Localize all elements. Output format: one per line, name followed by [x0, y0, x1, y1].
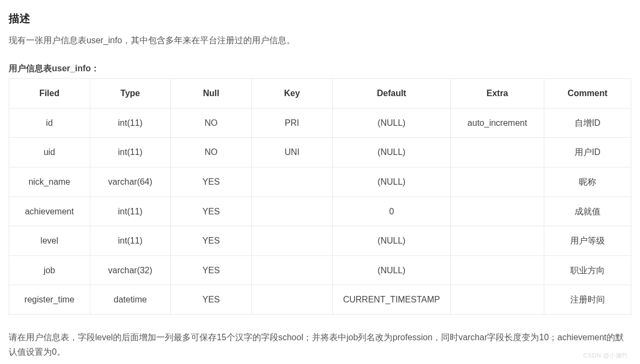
user-info-table: Filed Type Null Key Default Extra Commen…	[9, 78, 631, 315]
cell-filed: uid	[9, 138, 90, 167]
cell-null: YES	[171, 255, 252, 285]
table-row: level int(11) YES (NULL) 用户等级	[9, 226, 631, 256]
cell-default: (NULL)	[332, 167, 451, 197]
table-row: achievement int(11) YES 0 成就值	[9, 197, 631, 226]
col-header-type: Type	[90, 79, 171, 109]
table-row: nick_name varchar(64) YES (NULL) 昵称	[9, 167, 631, 197]
cell-filed: job	[9, 255, 90, 285]
cell-comment: 注册时间	[544, 285, 631, 315]
cell-extra	[451, 226, 544, 256]
cell-extra: auto_increment	[451, 108, 544, 138]
col-header-filed: Filed	[9, 79, 90, 109]
cell-comment: 用户ID	[544, 138, 631, 167]
cell-type: int(11)	[90, 108, 171, 138]
cell-extra	[451, 285, 544, 315]
cell-default: (NULL)	[332, 108, 451, 138]
cell-filed: level	[9, 226, 90, 256]
cell-filed: nick_name	[9, 167, 90, 197]
cell-null: YES	[171, 167, 252, 197]
cell-default: (NULL)	[332, 226, 451, 256]
table-caption: 用户信息表user_info：	[9, 62, 631, 76]
col-header-default: Default	[332, 79, 451, 109]
cell-key	[251, 197, 332, 226]
table-body: id int(11) NO PRI (NULL) auto_increment …	[9, 108, 631, 314]
cell-key: PRI	[251, 108, 332, 138]
table-header-row: Filed Type Null Key Default Extra Commen…	[9, 79, 631, 109]
cell-comment: 成就值	[544, 197, 631, 226]
col-header-null: Null	[171, 79, 252, 109]
cell-type: datetime	[90, 285, 171, 315]
cell-extra	[451, 197, 544, 226]
table-row: uid int(11) NO UNI (NULL) 用户ID	[9, 138, 631, 167]
cell-default: CURRENT_TIMESTAMP	[332, 285, 451, 315]
cell-key	[251, 167, 332, 197]
cell-type: int(11)	[90, 197, 171, 226]
cell-type: varchar(64)	[90, 167, 171, 197]
cell-comment: 自增ID	[544, 108, 631, 138]
table-row: register_time datetime YES CURRENT_TIMES…	[9, 285, 631, 315]
cell-default: 0	[332, 197, 451, 226]
cell-null: YES	[171, 285, 252, 315]
cell-key	[251, 285, 332, 315]
cell-type: varchar(32)	[90, 255, 171, 285]
cell-extra	[451, 167, 544, 197]
cell-default: (NULL)	[332, 138, 451, 167]
cell-comment: 昵称	[544, 167, 631, 197]
cell-default: (NULL)	[332, 255, 451, 285]
cell-key	[251, 255, 332, 285]
table-row: job varchar(32) YES (NULL) 职业方向	[9, 255, 631, 285]
intro-paragraph: 现有一张用户信息表user_info，其中包含多年来在平台注册过的用户信息。	[9, 33, 631, 48]
cell-null: YES	[171, 197, 252, 226]
col-header-key: Key	[251, 79, 332, 109]
cell-extra	[451, 255, 544, 285]
cell-null: NO	[171, 138, 252, 167]
cell-key: UNI	[251, 138, 332, 167]
cell-key	[251, 226, 332, 256]
col-header-extra: Extra	[451, 79, 544, 109]
cell-filed: id	[9, 108, 90, 138]
cell-filed: achievement	[9, 197, 90, 226]
table-row: id int(11) NO PRI (NULL) auto_increment …	[9, 108, 631, 138]
cell-type: int(11)	[90, 226, 171, 256]
section-heading: 描述	[9, 10, 631, 27]
cell-null: NO	[171, 108, 252, 138]
cell-extra	[451, 138, 544, 167]
col-header-comment: Comment	[544, 79, 631, 109]
cell-comment: 职业方向	[544, 255, 631, 285]
task-paragraph: 请在用户信息表，字段level的后面增加一列最多可保存15个汉字的字段schoo…	[9, 330, 631, 359]
cell-type: int(11)	[90, 138, 171, 167]
cell-null: YES	[171, 226, 252, 256]
cell-comment: 用户等级	[544, 226, 631, 256]
cell-filed: register_time	[9, 285, 90, 315]
